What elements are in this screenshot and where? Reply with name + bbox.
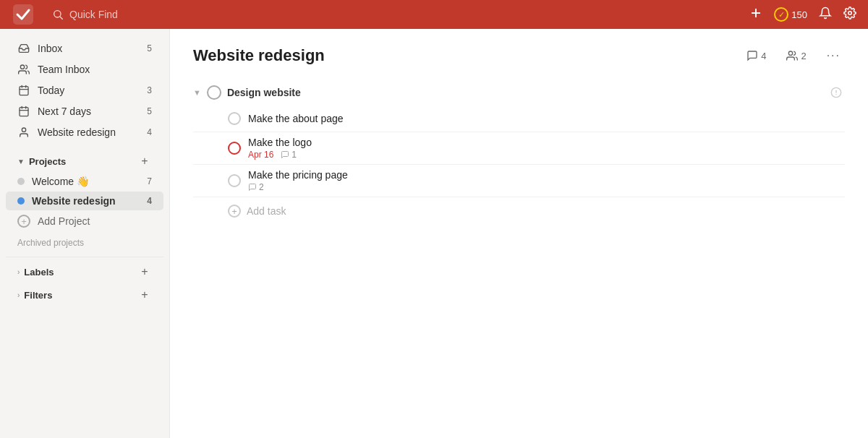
sidebar-item-team-inbox[interactable]: Team Inbox xyxy=(6,59,163,80)
labels-label: Labels xyxy=(24,267,137,278)
project-actions: 4 2 ··· xyxy=(742,46,845,65)
comments-count: 4 xyxy=(761,51,766,61)
next7days-label: Next 7 days xyxy=(38,106,137,117)
design-website-header[interactable]: ▼ Design website xyxy=(193,80,845,106)
website-redesign-nav-count: 4 xyxy=(147,127,152,137)
app-logo[interactable] xyxy=(12,3,35,26)
app-body: Inbox 5 Team Inbox xyxy=(0,29,868,438)
sidebar-item-website-redesign[interactable]: Website redesign 4 xyxy=(6,192,163,210)
team-icon xyxy=(17,63,30,76)
topbar-actions: ✓ 150 xyxy=(749,7,856,22)
today-label: Today xyxy=(38,85,137,96)
project-header: Website redesign 4 2 xyxy=(193,46,845,65)
inbox-label: Inbox xyxy=(38,43,137,54)
archived-projects-link[interactable]: Archived projects xyxy=(0,232,169,254)
projects-chevron-icon: ▼ xyxy=(17,158,25,166)
filters-section-header[interactable]: › Filters + xyxy=(6,282,163,305)
user-icon xyxy=(17,126,30,139)
svg-line-2 xyxy=(60,17,63,20)
svg-rect-7 xyxy=(20,87,28,95)
topbar: Quick Find ✓ 150 xyxy=(0,0,868,29)
comments-button[interactable]: 4 xyxy=(742,47,770,64)
today-icon xyxy=(17,84,30,97)
sidebar-item-inbox[interactable]: Inbox 5 xyxy=(6,38,163,59)
collaborators-button[interactable]: 2 xyxy=(782,47,810,64)
task-title-about: Make the about page xyxy=(248,113,820,124)
settings-button[interactable] xyxy=(843,7,856,22)
task-comment-pricing: 2 xyxy=(248,182,264,192)
task-content-about: Make the about page xyxy=(248,113,820,124)
add-project-label: Add Project xyxy=(38,215,90,227)
filters-add-button[interactable]: + xyxy=(137,288,152,302)
svg-point-15 xyxy=(22,128,25,132)
svg-point-16 xyxy=(789,51,793,55)
table-row[interactable]: Make the about page xyxy=(193,106,845,132)
notifications-button[interactable] xyxy=(819,7,832,22)
karma-check-icon: ✓ xyxy=(774,7,788,22)
sidebar-item-welcome[interactable]: Welcome 👋 7 xyxy=(6,172,163,191)
section-info-button[interactable] xyxy=(827,84,845,101)
task-title-pricing: Make the pricing page xyxy=(248,169,820,181)
project-title: Website redesign xyxy=(193,46,742,65)
task-meta-logo: Apr 16 1 xyxy=(248,150,820,160)
task-checkbox-pricing[interactable] xyxy=(228,174,241,187)
filters-label: Filters xyxy=(24,290,137,301)
section-title: Design website xyxy=(227,87,822,98)
add-task-icon: + xyxy=(228,205,241,218)
labels-section-header[interactable]: › Labels + xyxy=(6,257,163,282)
section-collapse-icon[interactable]: ▼ xyxy=(193,88,201,97)
section-checkbox[interactable] xyxy=(207,85,221,100)
welcome-label: Welcome 👋 xyxy=(32,176,137,187)
task-comment-logo: 1 xyxy=(281,150,297,160)
sidebar: Inbox 5 Team Inbox xyxy=(0,29,170,438)
add-task-row[interactable]: + Add task xyxy=(193,197,845,225)
add-project-icon: + xyxy=(17,215,30,228)
main-content: Website redesign 4 2 xyxy=(170,29,868,438)
task-title-logo: Make the logo xyxy=(248,137,820,148)
team-inbox-label: Team Inbox xyxy=(38,64,152,75)
filters-chevron-icon: › xyxy=(17,291,20,299)
karma-badge[interactable]: ✓ 150 xyxy=(774,7,807,22)
task-checkbox-about[interactable] xyxy=(228,112,241,125)
sidebar-item-website-redesign-nav[interactable]: Website redesign 4 xyxy=(6,122,163,142)
task-content-logo: Make the logo Apr 16 1 xyxy=(248,137,820,160)
next7days-count: 5 xyxy=(147,106,152,116)
svg-point-1 xyxy=(54,11,61,17)
website-redesign-sidebar-label: Website redesign xyxy=(32,195,137,207)
more-options-icon: ··· xyxy=(827,49,841,62)
collaborators-count: 2 xyxy=(801,51,806,61)
svg-rect-0 xyxy=(13,4,33,25)
svg-point-5 xyxy=(848,12,852,15)
labels-chevron-icon: › xyxy=(17,268,20,276)
task-content-pricing: Make the pricing page 2 xyxy=(248,169,820,192)
design-website-section: ▼ Design website Make the about page xyxy=(193,80,845,225)
website-redesign-dot-icon xyxy=(17,197,25,205)
sidebar-item-next7days[interactable]: Next 7 days 5 xyxy=(6,101,163,121)
welcome-dot-icon xyxy=(17,178,25,185)
svg-point-6 xyxy=(20,65,24,69)
svg-point-26 xyxy=(834,176,838,180)
inbox-icon xyxy=(17,42,30,55)
labels-add-button[interactable]: + xyxy=(137,265,152,279)
sidebar-item-today[interactable]: Today 3 xyxy=(6,80,163,100)
more-options-button[interactable]: ··· xyxy=(822,46,845,65)
website-redesign-sidebar-count: 4 xyxy=(147,196,152,206)
next7-icon xyxy=(17,105,30,118)
welcome-count: 7 xyxy=(147,176,152,186)
projects-add-button[interactable]: + xyxy=(137,154,152,168)
task-checkbox-logo[interactable] xyxy=(228,142,241,155)
task-meta-pricing: 2 xyxy=(248,182,820,192)
search-placeholder: Quick Find xyxy=(69,9,118,20)
search-bar[interactable]: Quick Find xyxy=(52,9,732,20)
add-button[interactable] xyxy=(749,7,762,22)
add-project-button[interactable]: + Add Project xyxy=(6,211,163,231)
today-count: 3 xyxy=(147,85,152,95)
table-row[interactable]: Make the pricing page 2 xyxy=(193,165,845,197)
table-row[interactable]: Make the logo Apr 16 1 xyxy=(193,132,845,165)
website-redesign-nav-label: Website redesign xyxy=(38,126,137,138)
inbox-count: 5 xyxy=(147,43,152,53)
svg-point-20 xyxy=(834,114,838,118)
projects-section-header[interactable]: ▼ Projects + xyxy=(6,148,163,171)
karma-score: 150 xyxy=(791,9,807,20)
add-task-label: Add task xyxy=(247,205,286,217)
